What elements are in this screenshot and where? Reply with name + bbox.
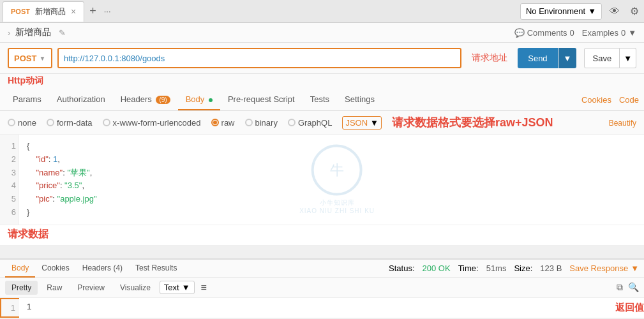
response-tab-cookies[interactable]: Cookies bbox=[35, 260, 75, 278]
chevron-down-icon: ▼ bbox=[39, 55, 45, 62]
examples-count: 0 bbox=[621, 28, 625, 38]
more-tabs-button[interactable]: ··· bbox=[101, 6, 114, 16]
radio-urlencoded[interactable]: x-www-form-urlencoded bbox=[103, 118, 201, 128]
view-tab-visualize[interactable]: Visualize bbox=[114, 281, 157, 295]
http-verb-label: Http动词 bbox=[8, 75, 43, 85]
save-dropdown-button[interactable]: ▼ bbox=[620, 48, 636, 68]
beautify-button[interactable]: Beautify bbox=[609, 119, 636, 128]
url-input-container bbox=[57, 48, 461, 68]
radio-binary-dot bbox=[245, 119, 253, 126]
new-tab-button[interactable]: + bbox=[84, 4, 101, 18]
response-tab-body[interactable]: Body bbox=[5, 260, 35, 278]
comments-button[interactable]: 💬 Comments 0 bbox=[514, 28, 574, 38]
copy-icon[interactable]: ⧉ bbox=[617, 282, 623, 293]
url-annotation-label: 请求地址 bbox=[472, 52, 507, 64]
chevron-down-icon: ▼ bbox=[628, 28, 636, 38]
http-verb-area: Http动词 bbox=[0, 74, 644, 89]
format-selector[interactable]: JSON ▼ bbox=[342, 116, 382, 130]
breadcrumb-arrow: › bbox=[8, 28, 10, 38]
comments-count: 0 bbox=[570, 28, 574, 38]
code-line-4: "price": "3.5", bbox=[27, 179, 636, 193]
response-tab-headers[interactable]: Headers (4) bbox=[76, 260, 129, 278]
response-value: 1 bbox=[27, 302, 31, 311]
examples-label: Examples bbox=[582, 28, 618, 38]
environment-selector[interactable]: No Environment ▼ bbox=[520, 3, 602, 20]
time-label: Time: bbox=[458, 263, 479, 273]
chevron-down-icon: ▼ bbox=[182, 283, 190, 292]
url-input[interactable] bbox=[64, 54, 455, 63]
request-title-bar: › 新增商品 ✎ 💬 Comments 0 Examples 0 ▼ bbox=[0, 23, 644, 43]
response-tab-test-results[interactable]: Test Results bbox=[129, 260, 183, 278]
radio-form-data-dot bbox=[47, 119, 54, 126]
code-line-5: "pic": "apple.jpg" bbox=[27, 193, 636, 206]
code-editor: 1 2 3 4 5 6 { "id": 1, "name": "苹果", "pr… bbox=[0, 135, 644, 225]
time-value: 51ms bbox=[486, 263, 507, 273]
radio-raw[interactable]: raw bbox=[211, 118, 235, 128]
format-dropdown-label: Text bbox=[164, 283, 179, 292]
view-tab-preview[interactable]: Preview bbox=[71, 281, 111, 295]
raw-json-annotation: 请求数据格式要选择raw+JSON bbox=[392, 115, 553, 130]
line-numbers: 1 2 3 4 5 6 bbox=[0, 135, 19, 225]
view-tab-pretty[interactable]: Pretty bbox=[5, 281, 38, 295]
save-button-group: Save ▼ bbox=[584, 48, 636, 68]
url-bar: POST ▼ 请求地址 Send ▼ Save ▼ bbox=[0, 43, 644, 74]
save-button[interactable]: Save bbox=[584, 48, 620, 68]
http-method-selector[interactable]: POST ▼ bbox=[8, 48, 52, 68]
radio-raw-dot bbox=[211, 119, 219, 126]
response-body: 1 1 返回值 bbox=[0, 298, 644, 318]
save-response-button[interactable]: Save Response ▼ bbox=[569, 263, 639, 273]
radio-binary[interactable]: binary bbox=[245, 118, 278, 128]
radio-none[interactable]: none bbox=[8, 118, 36, 128]
code-link[interactable]: Code bbox=[619, 95, 639, 105]
close-tab-button[interactable]: × bbox=[71, 6, 76, 17]
send-button[interactable]: Send bbox=[518, 48, 557, 68]
response-status: Status: 200 OK Time: 51ms Size: 123 B Sa… bbox=[389, 263, 639, 273]
gear-icon[interactable]: ⚙ bbox=[627, 3, 641, 20]
tab-headers[interactable]: Headers (9) bbox=[113, 89, 178, 110]
view-tab-raw[interactable]: Raw bbox=[40, 281, 68, 295]
tab-params[interactable]: Params bbox=[5, 89, 49, 110]
body-active-dot bbox=[209, 98, 213, 102]
radio-graphql[interactable]: GraphQL bbox=[288, 118, 332, 128]
response-content: 1 bbox=[19, 298, 605, 318]
wrap-icon[interactable]: ≡ bbox=[201, 282, 207, 293]
response-view-tabs: Pretty Raw Preview Visualize Text ▼ ≡ ⧉ … bbox=[0, 278, 644, 298]
tab-authorization[interactable]: Authorization bbox=[49, 89, 113, 110]
body-options: none form-data x-www-form-urlencoded raw… bbox=[0, 111, 644, 135]
tab-pre-request-script[interactable]: Pre-request Script bbox=[220, 89, 303, 110]
title-right-actions: 💬 Comments 0 Examples 0 ▼ bbox=[514, 28, 636, 38]
response-line-numbers: 1 bbox=[0, 298, 19, 318]
request-tab[interactable]: POST 新增商品 × bbox=[3, 1, 84, 22]
search-icon[interactable]: 🔍 bbox=[628, 282, 639, 293]
status-label: Status: bbox=[389, 263, 414, 273]
tab-settings[interactable]: Settings bbox=[337, 89, 382, 110]
section-divider bbox=[0, 246, 644, 258]
eye-icon[interactable]: 👁 bbox=[607, 3, 622, 20]
code-line-2: "id": 1, bbox=[27, 153, 636, 167]
headers-badge: (9) bbox=[156, 96, 170, 104]
tab-tests[interactable]: Tests bbox=[303, 89, 337, 110]
size-value: 123 B bbox=[540, 263, 562, 273]
examples-button[interactable]: Examples 0 ▼ bbox=[582, 28, 636, 38]
code-content[interactable]: { "id": 1, "name": "苹果", "price": "3.5",… bbox=[19, 135, 644, 225]
return-value-label: 返回值 bbox=[615, 298, 644, 318]
request-data-label-area: 请求数据 bbox=[0, 225, 644, 246]
radio-form-data[interactable]: form-data bbox=[47, 118, 93, 128]
chevron-down-icon: ▼ bbox=[370, 118, 378, 128]
request-data-label: 请求数据 bbox=[8, 228, 49, 239]
code-line-6: } bbox=[27, 206, 636, 219]
request-name: 新增商品 bbox=[15, 27, 51, 38]
environment-label: No Environment bbox=[526, 6, 585, 16]
status-value: 200 OK bbox=[423, 263, 451, 273]
comments-label: Comments bbox=[527, 28, 567, 38]
cookies-link[interactable]: Cookies bbox=[581, 95, 611, 105]
tab-body[interactable]: Body bbox=[178, 89, 220, 110]
edit-icon[interactable]: ✎ bbox=[59, 28, 66, 38]
chevron-down-icon: ▼ bbox=[588, 6, 596, 16]
tab-method: POST bbox=[11, 8, 30, 15]
send-dropdown-button[interactable]: ▼ bbox=[558, 48, 577, 68]
format-dropdown[interactable]: Text ▼ bbox=[160, 281, 195, 294]
size-label: Size: bbox=[514, 263, 532, 273]
chevron-down-icon: ▼ bbox=[631, 263, 639, 273]
view-tab-right: ⧉ 🔍 bbox=[617, 282, 639, 293]
